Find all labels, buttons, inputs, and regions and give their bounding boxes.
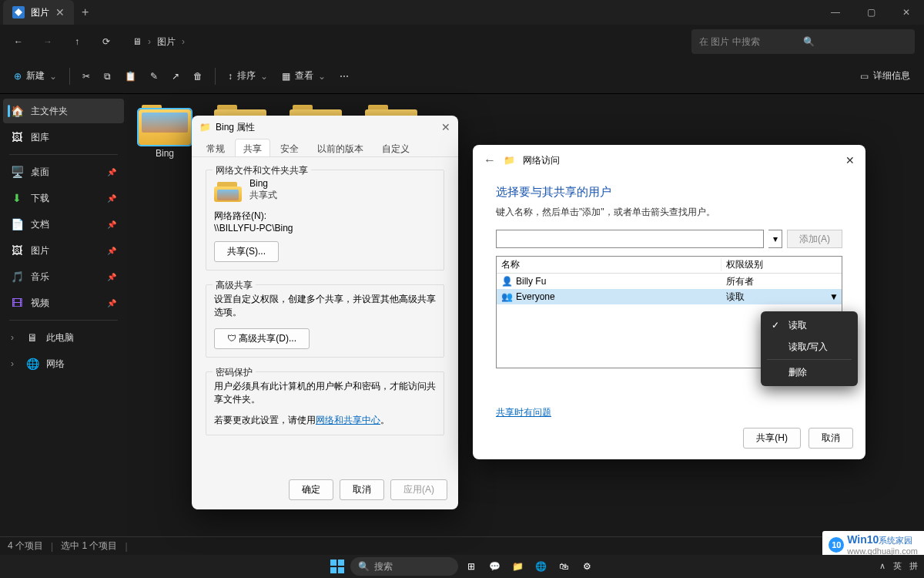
- copy-button[interactable]: ⧉: [98, 63, 117, 89]
- permission-dropdown[interactable]: ▼: [829, 291, 839, 302]
- sidebar-documents[interactable]: 📄文档📌: [3, 212, 124, 237]
- rename-button[interactable]: ✎: [144, 63, 164, 89]
- maximize-button[interactable]: ▢: [853, 0, 889, 25]
- close-icon[interactable]: ✕: [845, 154, 855, 166]
- taskbar-edge[interactable]: 🌐: [531, 556, 551, 576]
- menu-readwrite[interactable]: 读取/写入: [764, 336, 855, 358]
- sidebar-downloads[interactable]: ⬇下载📌: [3, 186, 124, 210]
- tab-security[interactable]: 安全: [272, 139, 307, 156]
- sidebar-network[interactable]: ›🌐网络: [3, 351, 124, 376]
- svg-rect-0: [330, 560, 336, 566]
- dialog-titlebar[interactable]: 📁 Bing 属性 ✕: [192, 116, 458, 139]
- taskbar-store[interactable]: 🛍: [554, 556, 574, 576]
- chevron-right-icon: ›: [11, 332, 18, 343]
- sidebar-music[interactable]: 🎵音乐📌: [3, 264, 124, 289]
- tab-close-icon[interactable]: ✕: [55, 6, 65, 18]
- tab-sharing[interactable]: 共享: [235, 139, 270, 156]
- pictures-icon: 🖼: [11, 244, 23, 257]
- ok-button[interactable]: 确定: [289, 479, 333, 500]
- pin-icon: 📌: [107, 273, 116, 281]
- folder-icon: [214, 179, 242, 202]
- ime-lang[interactable]: 英: [893, 560, 902, 572]
- sidebar-desktop[interactable]: 🖥️桌面📌: [3, 160, 124, 184]
- task-view-button[interactable]: ⊞: [461, 556, 481, 576]
- col-name[interactable]: 名称: [497, 258, 721, 271]
- share-button[interactable]: 共享(S)...: [214, 241, 279, 262]
- folder-item-bing[interactable]: Bing: [135, 102, 195, 159]
- network-path-label: 网络路径(N):: [214, 210, 436, 223]
- ime-mode[interactable]: 拼: [909, 560, 918, 572]
- advanced-share-button[interactable]: 🛡 高级共享(D)...: [214, 328, 310, 349]
- sidebar-gallery[interactable]: 🖼图库: [3, 125, 124, 150]
- dropdown-button[interactable]: ▾: [768, 230, 782, 248]
- forward-button[interactable]: →: [34, 28, 62, 55]
- taskbar-explorer[interactable]: 📁: [507, 556, 527, 576]
- up-button[interactable]: ↑: [63, 28, 91, 55]
- share-button[interactable]: ↗: [166, 63, 186, 89]
- user-row-selected[interactable]: 👥Everyone 读取▼: [497, 289, 842, 304]
- pin-icon: 📌: [107, 194, 116, 203]
- col-perm[interactable]: 权限级别: [721, 258, 842, 271]
- tab-customize[interactable]: 自定义: [373, 139, 418, 156]
- close-button[interactable]: ✕: [889, 0, 924, 25]
- nav-row: ← → ↑ ⟳ 🖥 › 图片 › 在 图片 中搜索 🔍: [0, 25, 924, 59]
- back-icon[interactable]: ←: [484, 153, 496, 167]
- tray-chevron[interactable]: ∧: [879, 561, 886, 571]
- svg-rect-2: [330, 567, 336, 573]
- pin-icon: 📌: [107, 220, 116, 229]
- menu-read[interactable]: ✓读取: [764, 314, 855, 336]
- home-icon: 🏠: [11, 105, 23, 117]
- start-button[interactable]: [327, 556, 347, 576]
- tab-title: 图片: [31, 6, 49, 19]
- share-dialog: ← 📁 网络访问 ✕ 选择要与其共享的用户 键入名称，然后单击"添加"，或者单击…: [473, 145, 865, 459]
- sidebar-videos[interactable]: 🎞视频📌: [3, 291, 124, 315]
- monitor-icon: 🖥: [132, 36, 142, 47]
- video-icon: 🎞: [11, 297, 23, 309]
- view-button[interactable]: ▦ 查看 ⌄: [276, 63, 332, 89]
- tab-previous[interactable]: 以前的版本: [309, 139, 372, 156]
- add-button[interactable]: 添加(A): [787, 230, 842, 248]
- apply-button[interactable]: 应用(A): [390, 479, 447, 500]
- minimize-button[interactable]: —: [818, 0, 853, 25]
- share-name: Bing: [249, 178, 277, 189]
- refresh-button[interactable]: ⟳: [92, 28, 120, 55]
- cancel-button[interactable]: 取消: [808, 428, 853, 449]
- sidebar-home[interactable]: 🏠主文件夹: [3, 99, 124, 123]
- details-pane-button[interactable]: ▭ 详细信息: [854, 63, 916, 89]
- taskbar-app[interactable]: 💬: [484, 556, 504, 576]
- network-icon: 🌐: [26, 358, 38, 370]
- sidebar-thispc[interactable]: ›🖥此电脑: [3, 325, 124, 350]
- tab-general[interactable]: 常规: [198, 139, 233, 156]
- sidebar-pictures[interactable]: 🖼图片📌: [3, 238, 124, 263]
- user-input[interactable]: [496, 230, 764, 248]
- search-box[interactable]: 在 图片 中搜索 🔍: [691, 29, 915, 54]
- new-button[interactable]: ⊕新建⌄: [8, 63, 63, 89]
- window-tab[interactable]: 图片 ✕: [3, 0, 74, 25]
- download-icon: ⬇: [11, 192, 23, 204]
- menu-delete[interactable]: 删除: [764, 361, 855, 383]
- user-row[interactable]: 👤Billy Fu 所有者: [497, 274, 842, 289]
- check-icon: ✓: [772, 320, 781, 331]
- cut-button[interactable]: ✂: [76, 63, 96, 89]
- taskbar-search[interactable]: 🔍搜索: [350, 557, 458, 576]
- sort-button[interactable]: ↕ 排序 ⌄: [222, 63, 274, 89]
- system-tray[interactable]: ∧ 英 拼: [879, 555, 918, 576]
- selection-count: 选中 1 个项目: [61, 539, 117, 553]
- group-title: 高级共享: [213, 279, 256, 292]
- back-button[interactable]: ←: [5, 28, 32, 55]
- watermark: 10 Win10系统家园www.qdhuajin.com: [822, 531, 924, 558]
- new-tab-button[interactable]: +: [74, 5, 96, 19]
- breadcrumb-pictures[interactable]: 图片: [157, 35, 176, 49]
- share-confirm-button[interactable]: 共享(H): [743, 428, 801, 449]
- permission-menu: ✓读取 读取/写入 删除: [761, 311, 858, 386]
- cancel-button[interactable]: 取消: [340, 479, 384, 500]
- network-center-link[interactable]: 网络和共享中心: [316, 415, 380, 425]
- close-icon[interactable]: ✕: [441, 121, 450, 133]
- taskbar-settings[interactable]: ⚙: [577, 556, 597, 576]
- more-button[interactable]: ⋯: [333, 63, 355, 89]
- address-bar[interactable]: 🖥 › 图片 ›: [128, 29, 684, 54]
- advanced-desc: 设置自定义权限，创建多个共享，并设置其他高级共享选项。: [214, 293, 436, 319]
- sharing-issue-link[interactable]: 共享时有问题: [496, 406, 551, 419]
- delete-button[interactable]: 🗑: [187, 63, 209, 89]
- paste-button[interactable]: 📋: [119, 63, 142, 89]
